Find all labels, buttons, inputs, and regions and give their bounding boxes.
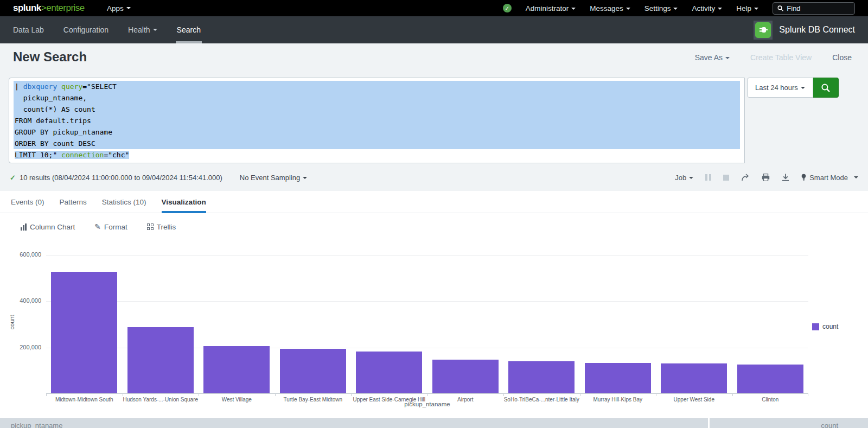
query-line: pickup_ntaname, [14, 92, 740, 104]
bar-9[interactable] [661, 363, 727, 393]
data-lab-label: Data Lab [13, 25, 44, 34]
tab-statistics[interactable]: Statistics (10) [102, 191, 146, 213]
find-search-box[interactable] [773, 2, 855, 15]
statistics-table-header: pickup_ntaname count [0, 418, 868, 428]
job-menu[interactable]: Job [675, 174, 693, 182]
tab-visualization-label: Visualization [162, 198, 206, 206]
query-line: count(*) AS count [14, 104, 740, 115]
trellis-button[interactable]: Trellis [147, 223, 176, 231]
chart-type-label: Column Chart [30, 223, 75, 231]
trellis-label: Trellis [157, 223, 176, 231]
header-actions: Save As Create Table View Close [695, 53, 852, 62]
bar-5[interactable] [356, 352, 422, 393]
run-search-button[interactable] [813, 78, 839, 98]
x-tick-mark [123, 394, 123, 396]
export-download-icon[interactable] [782, 174, 789, 181]
tab-patterns[interactable]: Patterns [60, 191, 87, 213]
configuration-label: Configuration [63, 25, 108, 34]
chevron-down-icon [126, 7, 131, 9]
y-tick-label: 400,000 [0, 297, 41, 304]
messages-label: Messages [590, 4, 623, 12]
messages-menu[interactable]: Messages [590, 4, 630, 12]
logo-enterprise: >enterprise [41, 3, 85, 14]
event-sampling-menu[interactable]: No Event Sampling [240, 174, 307, 182]
find-input[interactable] [787, 4, 850, 12]
x-tick-mark [275, 394, 276, 396]
chevron-down-icon [626, 8, 630, 10]
job-label: Job [675, 174, 686, 182]
top-bar-right: ✓ Administrator Messages Settings Activi… [503, 0, 855, 16]
apps-label: Apps [107, 4, 124, 12]
bar-7[interactable] [508, 361, 575, 393]
administrator-menu[interactable]: Administrator [526, 4, 576, 12]
legend-item-count[interactable]: count [812, 323, 838, 330]
nav-item-configuration[interactable]: Configuration [63, 16, 108, 43]
health-status-icon[interactable]: ✓ [503, 4, 512, 12]
results-summary: ✓ 10 results (08/04/2024 11:00:00.000 to… [10, 174, 307, 182]
activity-menu[interactable]: Activity [692, 4, 722, 12]
column-header-count[interactable]: count [821, 421, 838, 428]
tab-visualization[interactable]: Visualization [162, 191, 206, 213]
chevron-down-icon [303, 177, 307, 179]
chevron-down-icon [718, 8, 722, 10]
bar-10[interactable] [737, 365, 803, 393]
results-text: 10 results (08/04/2024 11:00:00.000 to 0… [20, 174, 222, 182]
create-table-view-label: Create Table View [750, 53, 812, 62]
x-tick-mark [199, 394, 199, 396]
create-table-view-button: Create Table View [750, 53, 812, 62]
search-section: New Search Save As Create Table View Clo… [0, 43, 868, 191]
nav-item-data-lab[interactable]: Data Lab [13, 16, 44, 43]
bar-3[interactable] [203, 346, 270, 393]
column-header-pickup-ntaname[interactable]: pickup_ntaname [11, 421, 62, 428]
bar-1[interactable] [51, 272, 117, 393]
tab-patterns-label: Patterns [60, 198, 87, 206]
pencil-icon: ✎ [94, 222, 101, 231]
help-menu[interactable]: Help [736, 4, 758, 12]
share-icon[interactable] [741, 174, 750, 181]
tab-events[interactable]: Events (0) [11, 191, 44, 213]
legend-label: count [822, 323, 838, 330]
legend-swatch [812, 323, 819, 330]
format-label: Format [104, 223, 127, 231]
x-tick-mark [808, 394, 808, 396]
bar-4[interactable] [280, 349, 346, 393]
close-button[interactable]: Close [832, 53, 852, 62]
splunk-page: splunk >enterprise Apps ✓ Administrator … [0, 0, 868, 428]
print-icon[interactable] [762, 174, 770, 181]
app-identity[interactable]: Splunk DB Connect [754, 16, 855, 43]
query-line: FROM default.trips [14, 115, 740, 126]
check-icon: ✓ [10, 174, 16, 182]
bar-2[interactable] [127, 327, 194, 393]
search-mode-menu[interactable]: Smart Mode [801, 174, 858, 182]
logo-splunk: splunk [13, 3, 41, 14]
administrator-label: Administrator [526, 4, 569, 12]
settings-menu[interactable]: Settings [644, 4, 678, 12]
bar-6[interactable] [432, 360, 499, 393]
nav-item-health[interactable]: Health [128, 16, 157, 43]
x-tick-mark [732, 394, 733, 396]
time-range-picker[interactable]: Last 24 hours [747, 78, 813, 98]
apps-menu[interactable]: Apps [107, 0, 131, 16]
app-icon-frame [754, 21, 773, 40]
chart-type-picker[interactable]: Column Chart [21, 223, 75, 231]
app-name: Splunk DB Connect [779, 25, 855, 35]
time-range-label: Last 24 hours [755, 84, 798, 92]
nav-item-search[interactable]: Search [177, 16, 201, 43]
smart-mode-label: Smart Mode [809, 174, 848, 182]
chevron-down-icon [689, 177, 693, 179]
stop-icon [723, 175, 729, 181]
format-button[interactable]: ✎ Format [94, 222, 127, 231]
chevron-down-icon [153, 29, 157, 31]
search-query-input[interactable]: | dbxquery query="SELECT pickup_ntaname,… [9, 78, 745, 163]
settings-label: Settings [644, 4, 671, 12]
splunk-logo[interactable]: splunk >enterprise [13, 0, 85, 16]
tab-events-label: Events (0) [11, 198, 44, 206]
save-as-button[interactable]: Save As [695, 53, 730, 62]
viz-controls: Column Chart ✎ Format Trellis [0, 213, 868, 240]
gridline [46, 255, 808, 255]
bar-8[interactable] [585, 363, 651, 393]
db-connect-plug-icon [755, 22, 771, 38]
pause-icon [705, 174, 711, 181]
column-chart: count 200,000400,000600,000 Midtown-Midt… [0, 240, 868, 410]
x-tick-mark [503, 394, 504, 396]
